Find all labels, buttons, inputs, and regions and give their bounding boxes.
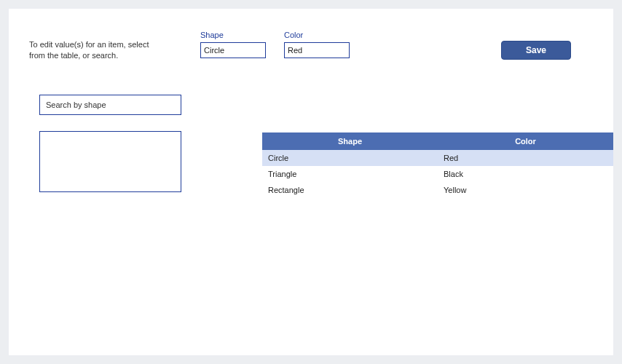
table-row[interactable]: RectangleYellow	[262, 182, 613, 198]
cell-color: Red	[438, 150, 613, 166]
edit-fields: Shape Color	[200, 31, 350, 58]
shape-input[interactable]	[200, 42, 266, 58]
cell-shape: Triangle	[262, 166, 438, 182]
main-panel: To edit value(s) for an item, select fro…	[9, 9, 613, 355]
table-header-color: Color	[438, 132, 613, 150]
save-button[interactable]: Save	[501, 41, 571, 60]
table-row[interactable]: TriangleBlack	[262, 166, 613, 182]
table-header-row: Shape Color	[262, 132, 613, 150]
search-input[interactable]	[39, 95, 181, 115]
table-header-shape: Shape	[262, 132, 438, 150]
table-body: CircleRedTriangleBlackRectangleYellow	[262, 150, 613, 198]
cell-shape: Rectangle	[262, 182, 438, 198]
search-results-listbox[interactable]	[39, 131, 181, 192]
table-row[interactable]: CircleRed	[262, 150, 613, 166]
color-input[interactable]	[284, 42, 350, 58]
color-label: Color	[284, 31, 350, 39]
items-table: Shape Color CircleRedTriangleBlackRectan…	[262, 132, 613, 198]
cell-color: Yellow	[438, 182, 613, 198]
instructions-text: To edit value(s) for an item, select fro…	[29, 31, 164, 62]
shape-field-group: Shape	[200, 31, 266, 58]
shape-label: Shape	[200, 31, 266, 39]
cell-shape: Circle	[262, 150, 438, 166]
color-field-group: Color	[284, 31, 350, 58]
cell-color: Black	[438, 166, 613, 182]
